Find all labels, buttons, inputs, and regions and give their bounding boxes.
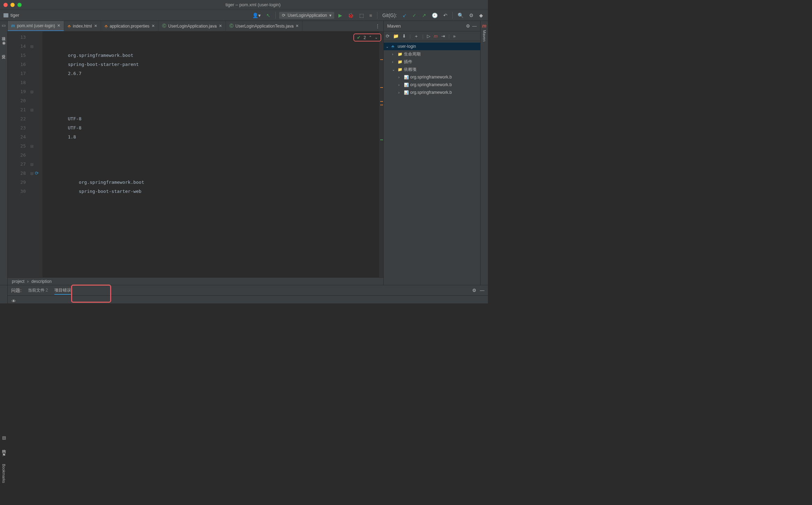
minimize-window-icon[interactable] [10,3,15,7]
library-icon: 📊 [404,83,409,87]
fold-gutter[interactable]: ⊟⊟⊟⊟⊟⊟ [29,31,35,277]
tab-properties[interactable]: ⬘ application.properties ✕ [101,21,159,31]
left-tool-strip: ▭ 项目 ◉ 提交 [0,21,8,285]
problems-inline-pill[interactable]: ✔ 2 ⌃ ⌄ [353,33,381,42]
marker-strip[interactable] [379,31,383,277]
git-rollback-icon[interactable]: ↶ [442,12,449,19]
collapse-icon[interactable]: ⇥ [441,33,445,39]
editor-breadcrumb[interactable]: project › description [8,277,383,285]
close-icon[interactable]: ✕ [219,24,222,28]
editor[interactable]: 131415161718192021222324252627282930 ⊟⊟⊟… [8,31,383,277]
debug-button[interactable]: 🐞 [346,12,355,19]
user-icon[interactable]: 👤▾ [251,12,262,19]
stop-button[interactable]: ■ [368,12,374,19]
chevron-right-icon[interactable]: › [392,60,396,64]
editor-tabs: m pom.xml (user-login) ✕ ⬘ index.html ✕ … [8,21,383,31]
tree-node-dep[interactable]: › 📊 org.springframework.b [384,73,480,81]
tab-label: index.html [73,24,92,29]
close-icon[interactable]: ✕ [57,23,60,28]
git-pull-icon[interactable]: ↙ [401,12,408,19]
icon-gutter: ⟳ [35,31,43,277]
close-icon[interactable]: ✕ [152,24,155,28]
maximize-window-icon[interactable] [17,3,22,7]
problems-tab-current[interactable]: 当前文件 2 [28,285,48,295]
m-icon[interactable]: m [434,33,438,39]
main-toolbar: tiger 👤▾ ↖ ⟳ UserLoginApplication ▾ ▶ 🐞 … [0,10,488,21]
tab-label: application.properties [110,24,150,29]
breadcrumb-item[interactable]: project [12,279,24,284]
tab-pom[interactable]: m pom.xml (user-login) ✕ [8,21,64,31]
run-config-selector[interactable]: ⟳ UserLoginApplication ▾ [279,12,334,19]
chevron-right-icon[interactable]: › [398,83,403,87]
run-icon[interactable]: ▷ [427,33,430,39]
tree-node-dep[interactable]: › 📊 org.springframework.b [384,81,480,89]
minimize-panel-icon[interactable]: — [472,23,477,29]
window-title: tiger – pom.xml (user-login) [22,2,484,7]
chevron-right-icon[interactable]: › [398,75,403,79]
library-icon: 📊 [404,75,409,80]
maven-file-icon: m [11,23,15,28]
tab-index[interactable]: ⬘ index.html ✕ [64,21,101,31]
maven-panel: Maven ⚙ — ⟳ 📁 ⬇ | ＋ | ▷ m ⇥ | » ⌄ ⬘ user… [383,21,480,285]
title-bar: tiger – pom.xml (user-login) [0,0,488,10]
problems-empty-state: IDE 没有发现错误. 构建项目 (⌘F9) 或 检查代码... [20,296,488,303]
run-config-label: UserLoginApplication [288,13,327,18]
folder-icon [3,13,8,17]
problems-label: 问题: [11,287,22,294]
git-history-icon[interactable]: 🕘 [430,12,439,19]
coverage-button[interactable]: ⬚ [358,12,365,19]
project-name-label: tiger [10,13,19,18]
git-commit-icon[interactable]: ✓ [411,12,418,19]
problems-tab-project[interactable]: 项目错误 [54,285,71,295]
git-label: Git(G): [381,12,398,19]
maven-strip-icon[interactable]: m [482,23,486,29]
chevron-down-icon[interactable]: ⌄ [386,45,390,48]
close-window-icon[interactable] [3,3,8,7]
download-icon[interactable]: ⬇ [402,33,406,39]
add-project-icon[interactable]: 📁 [393,33,399,39]
gear-icon[interactable]: ⚙ [466,23,470,29]
close-icon[interactable]: ✕ [94,24,97,28]
tab-tests-java[interactable]: Ⓒ UserLoginApplicationTests.java ✕ [226,21,303,31]
tab-more-icon[interactable]: ⋮ [372,21,383,31]
problems-panel: 问题: 当前文件 2 项目错误 ⚙ — 👁 ≡ ⇅ ⊟ IDE 没有发现错误. [0,285,488,303]
maven-tree[interactable]: ⌄ ⬘ user-login › 📁 生命周期 › 📁 插件 ⌄ 📁 依赖项 › [384,41,480,285]
search-icon[interactable]: 🔍 [456,12,465,19]
back-arrow-icon[interactable]: ↖ [265,12,272,19]
code-area[interactable]: org.springframework.boot spring-boot-sta… [43,31,379,277]
git-push-icon[interactable]: ↗ [421,12,428,19]
settings-icon[interactable]: ⚙ [468,12,475,19]
tree-node-lifecycle[interactable]: › 📁 生命周期 [384,50,480,58]
tree-node-root[interactable]: ⌄ ⬘ user-login [384,43,480,50]
chevron-right-icon[interactable]: › [398,91,403,95]
run-button[interactable]: ▶ [337,12,344,19]
close-icon[interactable]: ✕ [296,24,299,28]
chevron-down-icon[interactable]: ⌄ [392,68,396,71]
minimize-panel-icon[interactable]: — [480,288,484,293]
down-arrow-icon[interactable]: ⌄ [375,35,378,40]
tab-app-java[interactable]: Ⓒ UserLoginApplication.java ✕ [159,21,226,31]
breadcrumb-sep: › [27,279,29,284]
project-tool-icon[interactable]: ▭ [2,23,6,28]
more-icon[interactable]: » [453,33,455,39]
tree-node-dep[interactable]: › 📊 org.springframework.b [384,89,480,96]
maven-strip-label[interactable]: Maven [482,30,487,42]
tree-node-deps[interactable]: ⌄ 📁 依赖项 [384,66,480,73]
project-breadcrumb[interactable]: tiger [3,13,19,18]
gear-icon[interactable]: ⚙ [472,288,476,293]
refresh-icon[interactable]: ⟳ [386,33,390,39]
tab-label: UserLoginApplicationTests.java [236,24,294,29]
eye-icon[interactable]: 👁 [12,299,16,303]
tree-node-plugins[interactable]: › 📁 插件 [384,58,480,66]
ide-icon[interactable]: ◆ [478,12,484,19]
commit-tool-icon[interactable]: ◉ [2,40,6,45]
html-file-icon: ⬘ [68,24,71,29]
right-tool-strip: m Maven [480,21,488,285]
chevron-right-icon[interactable]: › [392,52,396,56]
java-file-icon: Ⓒ [162,23,166,29]
tab-label: UserLoginApplication.java [168,24,217,29]
breadcrumb-item[interactable]: description [31,279,52,284]
plus-icon[interactable]: ＋ [414,33,419,39]
pill-count: 2 [363,35,366,40]
up-arrow-icon[interactable]: ⌃ [369,35,372,40]
